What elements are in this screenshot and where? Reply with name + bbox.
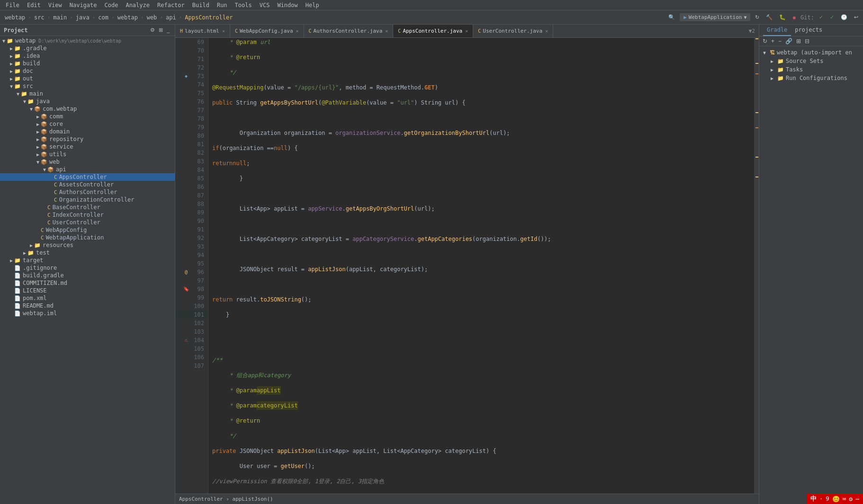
gradle-item-run-configs[interactable]: ▶ 📁 Run Configurations	[759, 74, 863, 82]
tree-item-utils[interactable]: ▶ 📦 utils	[0, 150, 175, 158]
tree-item-core[interactable]: ▶ 📦 core	[0, 120, 175, 128]
tree-item-license[interactable]: 📄 LICENSE	[0, 287, 175, 294]
tree-item-commitizen[interactable]: 📄 COMMITIZEN.md	[0, 279, 175, 287]
tab-close-layout[interactable]: ✕	[222, 28, 225, 34]
sidebar-settings-btn[interactable]: ⚙	[149, 27, 156, 34]
gradle-remove-btn[interactable]: −	[777, 37, 783, 45]
tree-item-idea[interactable]: ▶ 📁 .idea	[0, 52, 175, 60]
git-push-btn[interactable]: ✓	[828, 13, 836, 21]
tab-apps-controller[interactable]: C AppsController.java ✕	[393, 25, 473, 38]
menu-refactor[interactable]: Refactor	[153, 0, 189, 10]
ime-more-btn[interactable]: ⋯	[855, 495, 859, 503]
tree-item-build[interactable]: ▶ 📁 build	[0, 60, 175, 67]
tree-item-src[interactable]: ▼ 📁 src	[0, 82, 175, 90]
gradle-link-btn[interactable]: 🔗	[784, 37, 794, 45]
webtap-crumb[interactable]: webtap	[116, 14, 140, 21]
tab-close-apps[interactable]: ✕	[465, 28, 468, 34]
com-crumb[interactable]: com	[96, 14, 110, 21]
sidebar-minimize-btn[interactable]: _	[165, 27, 171, 34]
search-everywhere-btn[interactable]: 🔍	[666, 13, 677, 21]
gradle-tab-projects[interactable]: projects	[791, 25, 826, 36]
menu-analyze[interactable]: Analyze	[122, 0, 153, 10]
tree-item-org-controller[interactable]: C OrganizationController	[0, 196, 175, 203]
tree-item-readme[interactable]: 📄 README.md	[0, 302, 175, 309]
git-history-btn[interactable]: 🕐	[839, 13, 849, 21]
tree-item-doc[interactable]: ▶ 📁 doc	[0, 67, 175, 75]
tree-item-target[interactable]: ▶ 📁 target	[0, 256, 175, 264]
menu-tools[interactable]: Tools	[231, 0, 256, 10]
tree-item-index-controller[interactable]: C IndexController	[0, 211, 175, 219]
tab-close-user[interactable]: ✕	[545, 28, 548, 34]
src-crumb[interactable]: src	[32, 14, 46, 21]
gradle-item-root[interactable]: ▼ 🏗 webtap (auto-import en	[759, 48, 863, 57]
sync-btn[interactable]: ↻	[753, 13, 761, 21]
sidebar-layout-btn[interactable]: ⊞	[157, 27, 164, 34]
gradle-tab-gradle[interactable]: Gradle	[763, 25, 791, 36]
ime-9[interactable]: 9	[826, 495, 829, 502]
java-crumb[interactable]: java	[74, 14, 91, 21]
gradle-collapse-btn[interactable]: ⊟	[803, 37, 811, 45]
tab-layout-html[interactable]: H layout.html ✕	[175, 25, 230, 38]
tab-authors-controller[interactable]: C AuthorsController.java ✕	[304, 25, 394, 38]
tree-item-service[interactable]: ▶ 📦 service	[0, 143, 175, 150]
git-commit-btn[interactable]: ✓	[817, 13, 825, 21]
tree-item-com-webtap[interactable]: ▼ 📦 com.webtap	[0, 105, 175, 113]
api-crumb[interactable]: api	[164, 14, 178, 21]
tree-item-user-controller[interactable]: C UserController	[0, 219, 175, 226]
stop-btn[interactable]: ■	[791, 14, 798, 21]
tree-item-pom[interactable]: 📄 pom.xml	[0, 294, 175, 302]
tab-close-webappconfig[interactable]: ✕	[296, 28, 299, 34]
menu-run[interactable]: Run	[213, 0, 231, 10]
main-crumb[interactable]: main	[51, 14, 69, 21]
gradle-item-source-sets[interactable]: ▶ 📁 Source Sets	[759, 57, 863, 65]
tree-item-build-gradle[interactable]: 📄 build.gradle	[0, 272, 175, 279]
tab-overflow-counter[interactable]: ▼2	[745, 28, 759, 34]
tree-item-java[interactable]: ▼ 📁 java	[0, 97, 175, 105]
gradle-expand-btn[interactable]: ⊞	[795, 37, 802, 45]
tree-item-test[interactable]: ▶ 📁 test	[0, 249, 175, 256]
menu-navigate[interactable]: Navigate	[66, 0, 101, 10]
tree-item-comm[interactable]: ▶ 📦 comm	[0, 113, 175, 120]
ime-emoji-btn[interactable]: 😊	[832, 495, 840, 503]
menu-file[interactable]: File	[2, 0, 23, 10]
web-crumb[interactable]: web	[145, 14, 159, 21]
tree-item-webtap-app[interactable]: C WebtapApplication	[0, 234, 175, 241]
debug-btn[interactable]: 🐛	[777, 13, 788, 21]
tree-item-gradle[interactable]: ▶ 📁 .gradle	[0, 44, 175, 52]
tree-item-web[interactable]: ▼ 📦 web	[0, 158, 175, 166]
gradle-add-btn[interactable]: +	[770, 37, 776, 45]
tree-item-domain[interactable]: ▶ 📦 domain	[0, 128, 175, 135]
controller-crumb[interactable]: AppsController	[183, 14, 234, 21]
menu-build[interactable]: Build	[189, 0, 213, 10]
menu-vcs[interactable]: VCS	[256, 0, 274, 10]
tree-item-assets-controller[interactable]: C AssetsController	[0, 181, 175, 188]
tree-item-api[interactable]: ▼ 📦 api	[0, 166, 175, 173]
tree-item-gitignore[interactable]: 📄 .gitignore	[0, 264, 175, 272]
ime-keyboard-btn[interactable]: ⌨	[843, 495, 846, 503]
tree-item-webtap-iml[interactable]: 📄 webtap.iml	[0, 309, 175, 317]
ime-chinese-btn[interactable]: 中	[810, 495, 817, 503]
tab-close-authors[interactable]: ✕	[385, 28, 388, 34]
tree-item-out[interactable]: ▶ 📁 out	[0, 75, 175, 82]
tree-item-apps-controller[interactable]: C AppsController	[0, 173, 175, 181]
code-content[interactable]: * @param url * @return */ @RequestMappin…	[208, 38, 754, 494]
menu-view[interactable]: View	[45, 0, 66, 10]
gradle-sync-btn[interactable]: ↻	[761, 37, 769, 45]
run-config-selector[interactable]: ▶ WebtapApplication ▼	[680, 13, 750, 21]
project-name[interactable]: webtap	[3, 14, 27, 21]
menu-window[interactable]: Window	[273, 0, 301, 10]
ime-settings-btn[interactable]: ⚙	[849, 495, 853, 503]
tree-item-webappconfig[interactable]: C WebAppConfig	[0, 226, 175, 234]
tree-item-main[interactable]: ▼ 📁 main	[0, 90, 175, 97]
tree-item-root[interactable]: ▼ 📁 webtap D:\work\my\webtap\code\webtap	[0, 37, 175, 44]
tab-webappconfig[interactable]: C WebAppConfig.java ✕	[230, 25, 304, 38]
tree-item-base-controller[interactable]: C BaseController	[0, 203, 175, 211]
build-btn[interactable]: 🔨	[764, 13, 774, 21]
git-undo-btn[interactable]: ↩	[852, 13, 860, 21]
gradle-item-tasks[interactable]: ▶ 📁 Tasks	[759, 65, 863, 74]
menu-help[interactable]: Help	[302, 0, 323, 10]
tree-item-repository[interactable]: ▶ 📦 repository	[0, 135, 175, 143]
tree-item-authors-controller[interactable]: C AuthorsController	[0, 188, 175, 196]
menu-code[interactable]: Code	[101, 0, 122, 10]
tree-item-resources[interactable]: ▶ 📁 resources	[0, 241, 175, 249]
